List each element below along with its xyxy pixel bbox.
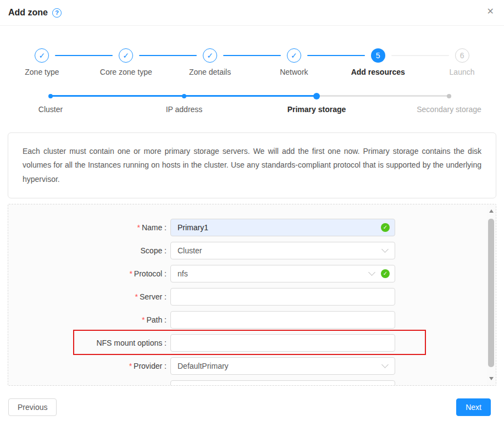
info-text: Each cluster must contain one or more pr…	[23, 147, 481, 184]
check-icon: ✓	[291, 51, 297, 60]
form-rows: *Name : ✓ Scope : Cluster	[8, 204, 496, 386]
scope-value: Cluster	[178, 246, 202, 255]
next-button[interactable]: Next	[456, 398, 491, 416]
info-box: Each cluster must contain one or more pr…	[8, 132, 496, 198]
protocol-control: nfs ✓	[170, 265, 395, 282]
step-completed-circle: ✓	[35, 48, 49, 63]
field-label: Scope :	[8, 246, 170, 255]
step-label: Network	[252, 68, 336, 76]
protocol-value: nfs	[178, 269, 188, 278]
check-icon: ✓	[123, 51, 129, 60]
step-completed-circle: ✓	[203, 48, 217, 63]
add-zone-dialog: Add zone ? ✕ ✓ Zone type ✓ Core zone typ…	[0, 0, 504, 427]
field-label: *Server :	[8, 292, 170, 301]
dialog-header: Add zone ? ✕	[0, 0, 504, 26]
substep-dot-cluster	[48, 94, 53, 98]
primary-storage-form: *Name : ✓ Scope : Cluster	[8, 204, 496, 386]
close-icon[interactable]: ✕	[487, 6, 494, 16]
step-label: Add resources	[336, 68, 420, 76]
step-zone-details: ✓ Zone details	[168, 48, 252, 76]
nfs-mount-options-control	[170, 334, 395, 352]
step-zone-type: ✓ Zone type	[0, 48, 84, 76]
storage-tags-control	[170, 380, 395, 386]
substep-label-ip-address: IP address	[166, 105, 203, 114]
step-current-circle: 5	[371, 48, 385, 63]
required-marker: *	[129, 362, 132, 370]
path-input[interactable]	[170, 311, 395, 329]
path-control	[170, 311, 395, 329]
required-marker: *	[129, 269, 132, 278]
step-label: Zone details	[168, 68, 252, 76]
form-row-protocol: *Protocol : nfs ✓	[8, 265, 496, 282]
storage-tags-input[interactable]	[170, 380, 395, 386]
substep-dot-secondary-storage	[447, 94, 451, 98]
scope-control: Cluster	[170, 242, 395, 259]
field-label: NFS mount options :	[8, 339, 170, 347]
server-input[interactable]	[170, 288, 395, 306]
form-row-provider: *Provider : DefaultPrimary	[8, 357, 496, 375]
substep-label-secondary-storage: Secondary storage	[417, 105, 481, 114]
substep-label-primary-storage: Primary storage	[287, 105, 346, 114]
check-icon: ✓	[39, 51, 46, 60]
form-row-server: *Server :	[8, 288, 496, 306]
step-upcoming-circle: 6	[455, 48, 469, 63]
check-icon: ✓	[207, 51, 213, 60]
nfs-mount-options-input[interactable]	[170, 334, 395, 352]
help-icon[interactable]: ?	[52, 8, 62, 18]
provider-control: DefaultPrimary	[170, 357, 395, 375]
step-completed-circle: ✓	[287, 48, 301, 63]
substep-dot-primary-storage	[313, 93, 320, 99]
dialog-title: Add zone	[8, 8, 48, 18]
provider-select[interactable]: DefaultPrimary	[170, 357, 395, 375]
resource-substeps: Cluster IP address Primary storage Secon…	[0, 92, 504, 117]
step-network: ✓ Network	[252, 48, 336, 76]
required-marker: *	[142, 315, 145, 324]
step-label: Zone type	[0, 68, 84, 76]
step-core-zone-type: ✓ Core zone type	[84, 48, 168, 76]
name-control: ✓	[170, 219, 395, 236]
field-label: *Path :	[8, 315, 170, 324]
previous-button[interactable]: Previous	[8, 398, 57, 416]
form-row-path: *Path :	[8, 311, 496, 329]
step-number: 6	[460, 51, 464, 60]
step-launch: 6 Launch	[420, 48, 504, 76]
step-completed-circle: ✓	[119, 48, 133, 63]
field-label: *Protocol :	[8, 269, 170, 278]
scroll-up-icon[interactable]	[489, 209, 494, 213]
field-label: Storage tags :	[8, 385, 170, 386]
field-label: *Name :	[8, 223, 170, 232]
scope-select[interactable]: Cluster	[170, 242, 395, 259]
required-marker: *	[137, 223, 140, 232]
step-label: Core zone type	[84, 68, 168, 76]
substep-label-cluster: Cluster	[38, 105, 63, 114]
name-input[interactable]	[170, 219, 395, 236]
dialog-footer: Previous Next	[0, 398, 504, 416]
provider-value: DefaultPrimary	[178, 362, 229, 370]
form-row-nfs-mount-options: NFS mount options :	[8, 334, 496, 352]
server-control	[170, 288, 395, 306]
protocol-select[interactable]: nfs	[170, 265, 395, 282]
step-label: Launch	[420, 68, 504, 76]
scroll-down-icon[interactable]	[489, 377, 494, 380]
field-label: *Provider :	[8, 362, 170, 370]
wizard-steps: ✓ Zone type ✓ Core zone type ✓ Zone deta…	[0, 48, 504, 76]
scrollbar-thumb[interactable]	[488, 219, 494, 367]
form-row-name: *Name : ✓	[8, 219, 496, 236]
substep-dot-ip-address	[182, 94, 186, 98]
step-number: 5	[376, 51, 380, 60]
form-row-scope: Scope : Cluster	[8, 242, 496, 259]
form-row-storage-tags: Storage tags :	[8, 380, 496, 386]
substep-remaining-line	[317, 95, 449, 97]
step-add-resources: 5 Add resources	[336, 48, 420, 76]
scrollbar[interactable]	[487, 205, 495, 385]
required-marker: *	[135, 292, 138, 301]
